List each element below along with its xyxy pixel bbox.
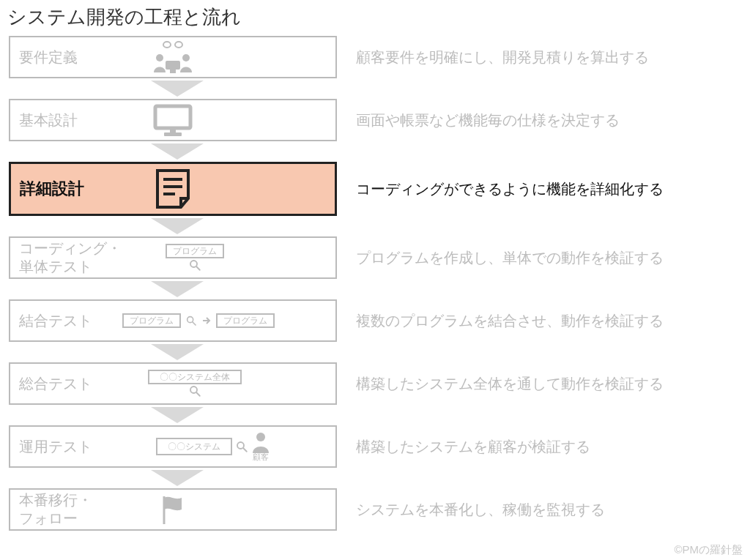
- flow-arrow: [9, 468, 741, 488]
- flow-arrow: [9, 342, 741, 362]
- phase-label: 要件定義: [19, 48, 122, 67]
- flow-arrow: [9, 279, 741, 299]
- phase-description: 顧客要件を明確にし、開発見積りを算出する: [356, 48, 741, 67]
- phase-label: 本番移行・ フォロー: [19, 491, 122, 528]
- svg-rect-6: [155, 106, 190, 128]
- flow-arrow: [9, 78, 741, 99]
- page-title: システム開発の工程と流れ: [7, 4, 741, 30]
- phase-card: 運用テスト 〇〇システム 顧客: [9, 425, 337, 468]
- flow-arrow: [9, 141, 741, 162]
- svg-point-0: [163, 42, 171, 48]
- phase-card: 総合テスト 〇〇システム全体: [9, 362, 337, 405]
- program-box: プログラム: [166, 244, 224, 271]
- program-box-b: プログラム: [216, 313, 275, 327]
- system-box: 〇〇システム全体: [148, 370, 242, 397]
- phase-label: コーディング・ 単体テスト: [19, 239, 122, 276]
- phase-row: 要件定義 顧客要件を明確にし、開発見積りを算出する: [9, 36, 741, 78]
- magnifier-icon: [185, 315, 197, 326]
- phase-description: 構築したシステムを顧客が検証する: [356, 437, 741, 457]
- phase-row: コーディング・ 単体テスト プログラム プログラムを作成し、単体での動作を検証す…: [9, 236, 741, 279]
- magnifier-icon: [235, 440, 248, 453]
- flow-arrow: [9, 405, 741, 425]
- phase-row: 詳細設計 コーディングができるように機能を詳細化する: [9, 162, 741, 216]
- svg-point-2: [156, 54, 163, 61]
- phase-label: 総合テスト: [19, 375, 122, 393]
- phase-description: 構築したシステム全体を通して動作を検証する: [356, 374, 741, 394]
- customer-icon-group: 顧客: [251, 431, 270, 463]
- chevron-down-icon: [151, 281, 204, 297]
- meeting-icon: [149, 40, 196, 74]
- credit-text: ©PMの羅針盤: [674, 543, 743, 557]
- svg-line-19: [243, 448, 247, 452]
- arrow-right-icon: [201, 316, 212, 326]
- phase-card: 本番移行・ フォロー: [9, 488, 337, 531]
- document-icon: [153, 168, 193, 210]
- customer-label: 顧客: [253, 452, 269, 463]
- svg-point-3: [182, 54, 190, 61]
- phase-card: コーディング・ 単体テスト プログラム: [9, 236, 337, 279]
- svg-rect-5: [170, 70, 176, 73]
- phase-description: システムを本番化し、稼働を監視する: [356, 500, 741, 520]
- phase-description: プログラムを作成し、単体での動作を検証する: [356, 248, 741, 268]
- phase-row: 総合テスト 〇〇システム全体 構築したシステム全体を通して動作を検証する: [9, 362, 741, 405]
- chevron-down-icon: [151, 218, 204, 234]
- phase-row: 基本設計 画面や帳票など機能毎の仕様を決定する: [9, 99, 741, 141]
- svg-point-14: [188, 317, 193, 323]
- svg-point-1: [175, 42, 182, 48]
- svg-point-18: [237, 442, 244, 449]
- svg-point-16: [190, 387, 197, 393]
- phase-description: コーディングができるように機能を詳細化する: [356, 179, 741, 199]
- phase-card: 要件定義: [9, 36, 337, 78]
- svg-rect-7: [170, 128, 176, 132]
- svg-point-20: [256, 433, 265, 441]
- phase-label: 結合テスト: [19, 312, 122, 330]
- svg-rect-8: [164, 132, 182, 136]
- chevron-down-icon: [151, 344, 204, 360]
- phase-label: 詳細設計: [20, 179, 122, 199]
- svg-point-12: [190, 261, 197, 267]
- chevron-down-icon: [151, 81, 204, 97]
- phase-row: 結合テスト プログラム プログラム 複数のプログラムを結合させ、動作を検証する: [9, 299, 741, 342]
- svg-line-13: [196, 266, 200, 270]
- flow-arrow: [9, 216, 741, 236]
- chevron-down-icon: [151, 143, 204, 160]
- program-box-a: プログラム: [122, 313, 181, 327]
- monitor-icon: [152, 103, 193, 137]
- svg-line-15: [193, 322, 196, 325]
- phase-label: 運用テスト: [19, 438, 122, 456]
- svg-line-17: [196, 392, 200, 396]
- phase-card: 結合テスト プログラム プログラム: [9, 299, 337, 342]
- phase-card: 詳細設計: [9, 162, 337, 216]
- program-link-group: プログラム プログラム: [122, 313, 275, 327]
- phase-description: 画面や帳票など機能毎の仕様を決定する: [356, 111, 741, 130]
- phase-row: 本番移行・ フォロー システムを本番化し、稼働を監視する: [9, 488, 741, 531]
- chevron-down-icon: [151, 407, 204, 423]
- magnifier-icon: [188, 384, 201, 397]
- system-user-group: 〇〇システム 顧客: [156, 431, 270, 463]
- svg-rect-4: [166, 61, 180, 70]
- phase-label: 基本設計: [19, 111, 122, 130]
- phase-description: 複数のプログラムを結合させ、動作を検証する: [356, 311, 741, 331]
- user-icon: [251, 431, 270, 453]
- chevron-down-icon: [151, 470, 204, 486]
- magnifier-icon: [188, 258, 201, 272]
- system-box: 〇〇システム: [156, 438, 232, 455]
- phase-card: 基本設計: [9, 99, 337, 141]
- phase-row: 運用テスト 〇〇システム 顧客 構築したシステムを顧客が検証する: [9, 425, 741, 468]
- flag-icon: [158, 493, 188, 526]
